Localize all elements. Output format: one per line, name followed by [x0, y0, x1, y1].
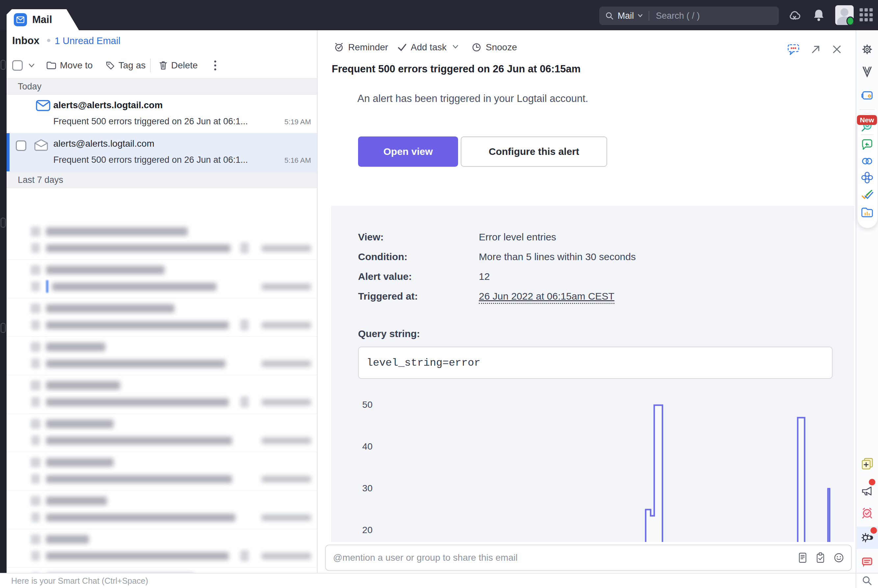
blurred-email-row[interactable] [7, 414, 317, 452]
chart-canvas [331, 206, 854, 542]
email-list-pane: Inbox 1 Unread Email Move to Tag as Dele… [7, 30, 317, 573]
dot-separator [47, 39, 50, 42]
reminder-label: Reminder [348, 42, 388, 52]
section-label: Last 7 days [18, 175, 63, 185]
workdrive-folder-icon[interactable] [861, 206, 874, 219]
tab-mail[interactable]: Mail [7, 9, 79, 30]
y-axis-tick-label: 40 [351, 441, 373, 452]
smart-chat-bar[interactable]: Here is your Smart Chat (Ctrl+Space) [0, 573, 855, 588]
tag-as-button[interactable]: Tag as [105, 60, 146, 71]
cliq-chat-icon[interactable] [861, 138, 874, 151]
email-time: 5:16 AM [284, 156, 311, 165]
blurred-email-row[interactable] [7, 529, 317, 568]
blurred-email-row[interactable] [7, 221, 317, 260]
list-header: Inbox 1 Unread Email [7, 30, 317, 52]
announcement-badge-dot [869, 479, 875, 485]
toolbar-divider [150, 58, 151, 72]
list-toolbar: Move to Tag as Delete [7, 52, 317, 78]
add-task-chevron-icon[interactable] [453, 45, 459, 49]
bottom-search-cell[interactable] [855, 573, 878, 588]
folder-title: Inbox [12, 35, 39, 47]
check-icon [397, 44, 407, 51]
task-clipboard-icon[interactable] [815, 552, 825, 563]
email-subject: Frequent 500 errors triggered on 26 Jun … [53, 116, 248, 127]
move-to-button[interactable]: Move to [46, 60, 93, 71]
linked-rings-icon[interactable] [861, 154, 874, 168]
collapsed-folder-strip[interactable] [0, 30, 7, 573]
reading-pane: Reminder Add task Snooze Frequent 500 er… [318, 30, 855, 573]
search-scope-select[interactable]: Mail [618, 11, 634, 21]
settings-gear-icon[interactable] [861, 43, 874, 56]
extensions-knot-icon[interactable] [861, 171, 874, 184]
snooze-button[interactable]: Snooze [471, 42, 517, 52]
announcements-megaphone-icon[interactable] [861, 484, 874, 497]
new-badge: New [857, 115, 877, 125]
search-separator [649, 11, 649, 21]
blurred-email-rows[interactable] [7, 221, 317, 573]
blurred-email-row[interactable] [7, 260, 317, 298]
reminder-button[interactable]: Reminder [334, 42, 388, 52]
double-check-icon[interactable] [861, 188, 874, 201]
global-search[interactable]: Mail [599, 7, 779, 25]
add-task-button[interactable]: Add task [397, 42, 447, 52]
mail-app-icon [14, 13, 27, 26]
email-sender: alerts@alerts.logtail.com [53, 100, 162, 111]
email-row-unread[interactable]: alerts@alerts.logtail.com Frequent 500 e… [7, 95, 317, 133]
trash-icon [159, 60, 168, 70]
cloud-sync-icon[interactable] [787, 8, 802, 22]
online-status-dot [846, 16, 854, 25]
avatar-silhouette [840, 8, 848, 16]
blurred-email-row[interactable] [7, 568, 317, 573]
blurred-email-row[interactable] [7, 298, 317, 337]
y-axis-tick-label: 50 [351, 400, 373, 410]
blurred-email-row[interactable] [7, 452, 317, 490]
select-all-checkbox[interactable] [12, 60, 23, 71]
rail-divider [860, 110, 875, 110]
blurred-email-row[interactable] [7, 375, 317, 414]
close-icon[interactable] [831, 44, 843, 55]
alert-detail-panel: View: Error level entries Condition: Mor… [331, 206, 854, 542]
unread-filter-link[interactable]: 1 Unread Email [55, 36, 120, 46]
wallet-icon[interactable] [861, 89, 874, 102]
theme-toggle-cell[interactable] [857, 526, 878, 549]
mention-input[interactable] [332, 552, 798, 563]
note-template-icon[interactable] [798, 552, 807, 563]
feedback-chat-icon[interactable] [861, 556, 874, 569]
configure-alert-button[interactable]: Configure this alert [461, 136, 607, 167]
email-subject-title: Frequent 500 errors triggered on 26 Jun … [332, 63, 580, 75]
vault-paperclip-icon[interactable] [861, 65, 874, 78]
notifications-bell-icon[interactable] [812, 8, 826, 23]
smart-chat-placeholder: Here is your Smart Chat (Ctrl+Space) [11, 576, 148, 586]
email-row-selected[interactable]: alerts@alerts.logtail.com Frequent 500 e… [7, 133, 317, 172]
reminder-alarm-icon [334, 42, 344, 52]
sticky-notes-icon[interactable] [861, 457, 874, 470]
right-app-rail: New [855, 30, 878, 588]
chevron-down-icon[interactable] [638, 14, 643, 18]
folder-icon [46, 61, 57, 70]
open-view-button[interactable]: Open view [358, 136, 458, 167]
strip-handle [1, 60, 6, 70]
search-icon [861, 575, 873, 586]
unread-envelope-icon [36, 99, 51, 112]
expand-icon[interactable] [810, 44, 822, 55]
read-envelope-icon [33, 138, 49, 152]
search-input[interactable] [655, 10, 773, 21]
tab-mail-label: Mail [32, 14, 52, 26]
email-subject: Frequent 500 errors triggered on 26 Jun … [53, 155, 248, 165]
delete-button[interactable]: Delete [159, 60, 198, 71]
reminders-alarm-icon[interactable] [861, 507, 874, 520]
tag-icon [105, 60, 115, 70]
apps-grid-icon[interactable] [860, 8, 875, 23]
search-icon [605, 11, 614, 20]
email-checkbox[interactable] [16, 140, 26, 151]
blurred-email-row[interactable] [7, 337, 317, 375]
emoji-smiley-icon[interactable] [833, 552, 845, 563]
blurred-email-row[interactable] [7, 490, 317, 529]
more-options-icon[interactable] [214, 60, 216, 71]
comments-icon[interactable] [787, 43, 800, 56]
user-avatar[interactable] [835, 5, 854, 25]
share-mention-bar[interactable] [325, 544, 852, 571]
select-dropdown-chevron-icon[interactable] [28, 63, 35, 68]
y-axis-tick-label: 30 [351, 483, 373, 494]
rail-mini-divider [861, 135, 873, 135]
